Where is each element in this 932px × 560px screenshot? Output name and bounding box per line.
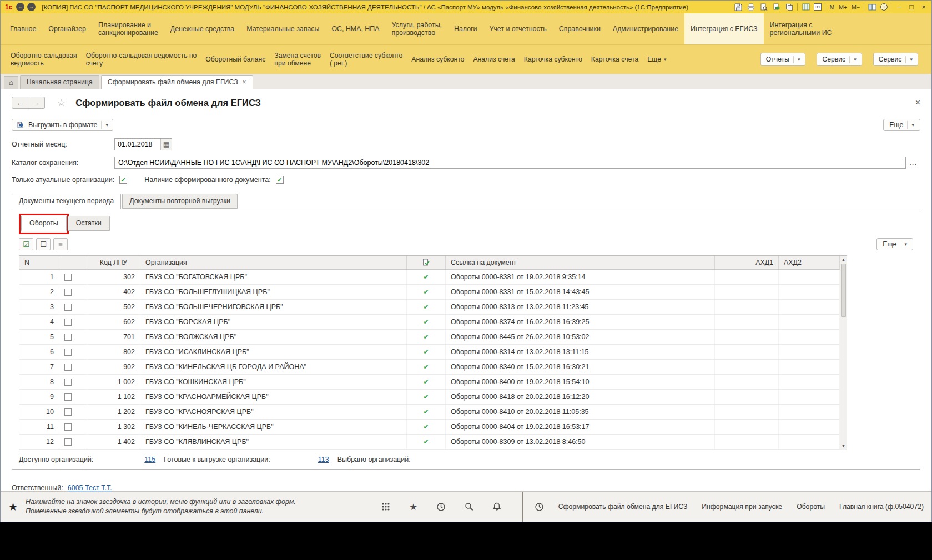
save-icon[interactable] <box>733 3 743 12</box>
submenu-item[interactable]: Оборотный баланс <box>201 54 270 65</box>
table-row[interactable]: 11 1 302 ГБУЗ СО "КИНЕЛЬ-ЧЕРКАССКАЯ ЦРБ"… <box>19 420 840 435</box>
row-checkbox[interactable] <box>64 364 72 371</box>
row-checkbox[interactable] <box>64 289 72 296</box>
functions-menu-icon[interactable] <box>380 501 391 512</box>
scroll-down-arrow[interactable]: ▼ <box>840 442 847 450</box>
close-form-button[interactable]: × <box>915 98 920 108</box>
info-icon[interactable]: i <box>880 3 888 11</box>
browse-catalog-button[interactable]: ... <box>906 158 920 167</box>
table-row[interactable]: 10 1 202 ГБУЗ СО "КРАСНОЯРСКАЯ ЦРБ" ✔ Об… <box>19 405 840 420</box>
favorite-star-icon[interactable]: ☆ <box>57 97 66 109</box>
column-header-ahd1[interactable]: АХД1 <box>715 256 779 269</box>
row-checkbox[interactable] <box>64 438 72 446</box>
row-checkbox[interactable] <box>64 274 72 281</box>
history-item[interactable]: Главная книга (ф.0504072) <box>839 503 924 511</box>
document-type-tab[interactable]: Остатки <box>68 216 110 231</box>
actual-orgs-checkbox[interactable]: ✔ <box>119 176 127 184</box>
tab-egisz-exchange[interactable]: Сформировать файл обмена для ЕГИСЗ × <box>101 75 253 89</box>
report-month-input[interactable] <box>115 139 160 150</box>
memory-button[interactable]: M <box>829 4 835 11</box>
split-window-icon[interactable] <box>868 3 877 12</box>
submenu-item[interactable]: Карточка субконто <box>520 54 587 65</box>
main-menu-item[interactable]: Интеграция с региональными ИС <box>764 13 838 44</box>
table-icon[interactable] <box>801 3 810 12</box>
table-row[interactable]: 2 402 ГБУЗ СО "БОЛЬШЕГЛУШИЦКАЯ ЦРБ" ✔ Об… <box>19 285 840 300</box>
row-checkbox[interactable] <box>64 304 72 311</box>
submenu-item[interactable]: Анализ счета <box>468 54 519 65</box>
table-row[interactable]: 6 802 ГБУЗ СО "ИСАКЛИНСКАЯ ЦРБ" ✔ Оборот… <box>19 345 840 360</box>
submenu-item[interactable]: Соответствие субконто ( рег.) <box>325 50 407 69</box>
main-menu-item[interactable]: ОС, НМА, НПА <box>325 13 385 44</box>
main-menu-item[interactable]: Налоги <box>448 13 483 44</box>
table-more-button[interactable]: Еще ▾ <box>876 238 913 250</box>
row-checkbox[interactable] <box>64 423 72 431</box>
row-checkbox[interactable] <box>64 393 72 401</box>
main-menu-item[interactable]: Денежные средства <box>164 13 240 44</box>
submenu-item[interactable]: Замена счетов при обмене <box>270 50 325 69</box>
document-type-tab[interactable]: Обороты <box>21 216 67 231</box>
table-row[interactable]: 12 1 402 ГБУЗ СО "КЛЯВЛИНСКАЯ ЦРБ" ✔ Обо… <box>19 435 840 450</box>
check-all-button[interactable]: ☑ <box>19 238 33 250</box>
form-more-button[interactable]: Еще ▾ <box>883 119 920 131</box>
row-checkbox[interactable] <box>64 349 72 356</box>
main-menu-item[interactable]: Интеграция с ЕГИСЗ <box>684 13 763 44</box>
print-preview-icon[interactable] <box>759 3 768 12</box>
submenu-action-button[interactable]: Сервис ▾ <box>817 53 862 66</box>
invert-check-button[interactable]: ≡ <box>53 238 68 250</box>
main-menu-item[interactable]: Учет и отчетность <box>483 13 553 44</box>
column-header-organization[interactable]: Организация <box>140 256 407 269</box>
responsible-user-link[interactable]: 6005 Тест Т.Т. <box>68 484 112 491</box>
submenu-more-button[interactable]: Еще ▾ <box>643 54 671 65</box>
column-header-checkbox[interactable] <box>59 256 87 269</box>
maximize-button[interactable]: □ <box>907 3 916 11</box>
search-icon[interactable] <box>464 501 475 512</box>
titlebar-nav-forward-button[interactable]: → <box>27 3 36 11</box>
calendar-icon[interactable]: 31 <box>814 3 822 11</box>
scrollbar-thumb[interactable] <box>841 264 846 317</box>
submenu-action-button[interactable]: Отчеты ▾ <box>760 53 806 66</box>
history-back-button[interactable]: ← <box>12 97 28 109</box>
table-row[interactable]: 8 1 002 ГБУЗ СО "КОШКИНСКАЯ ЦРБ" ✔ Оборо… <box>19 375 840 390</box>
table-row[interactable]: 5 701 ГБУЗ СО "ВОЛЖСКАЯ ЦРБ" ✔ Обороты 0… <box>19 330 840 345</box>
favorites-icon[interactable]: ★ <box>408 501 419 512</box>
table-row[interactable]: 4 602 ГБУЗ СО "БОРСКАЯ ЦРБ" ✔ Обороты 00… <box>19 315 840 330</box>
table-row[interactable]: 7 902 ГБУЗ СО "КИНЕЛЬСКАЯ ЦБ ГОРОДА И РА… <box>19 360 840 375</box>
minimize-button[interactable]: − <box>895 3 904 11</box>
notifications-bell-icon[interactable] <box>491 501 502 512</box>
titlebar-nav-back-button[interactable]: ← <box>16 3 24 11</box>
has-document-checkbox[interactable]: ✔ <box>276 176 284 184</box>
calendar-picker-icon[interactable]: ▦ <box>160 139 172 150</box>
print-icon[interactable] <box>746 3 755 12</box>
column-header-code[interactable]: Код ЛПУ <box>87 256 140 269</box>
save-catalog-input[interactable] <box>114 157 906 169</box>
memory-plus-button[interactable]: M+ <box>838 4 848 11</box>
close-window-button[interactable]: × <box>919 3 928 11</box>
scroll-up-arrow[interactable]: ▲ <box>840 256 847 263</box>
period-tab[interactable]: Документы повторной выгрузки <box>122 194 238 209</box>
main-menu-item[interactable]: Администрирование <box>607 13 684 44</box>
uncheck-all-button[interactable]: ☐ <box>36 238 51 250</box>
export-file-icon[interactable] <box>772 3 781 12</box>
history-item[interactable]: Обороты <box>797 503 825 511</box>
history-item[interactable]: Сформировать файл обмена для ЕГИСЗ <box>558 503 688 511</box>
submenu-item[interactable]: Оборотно-сальдовая ведомость по счету <box>82 50 201 69</box>
history-icon[interactable] <box>436 501 447 512</box>
main-menu-item[interactable]: Главное <box>4 13 42 44</box>
row-checkbox[interactable] <box>64 334 72 341</box>
table-scrollbar[interactable]: ▲ ▼ <box>840 256 847 450</box>
tab-start-page[interactable]: Начальная страница <box>20 75 99 89</box>
submenu-item[interactable]: Оборотно-сальдовая ведомость <box>6 50 82 69</box>
row-checkbox[interactable] <box>64 319 72 326</box>
row-checkbox[interactable] <box>64 408 72 416</box>
period-tab[interactable]: Документы текущего периода <box>12 194 121 209</box>
close-tab-icon[interactable]: × <box>243 78 246 86</box>
table-row[interactable]: 9 1 102 ГБУЗ СО "КРАСНОАРМЕЙСКАЯ ЦРБ" ✔ … <box>19 390 840 405</box>
column-header-document[interactable]: Ссылка на документ <box>446 256 715 269</box>
submenu-item[interactable]: Карточка счета <box>587 54 643 65</box>
table-row[interactable]: 1 302 ГБУЗ СО "БОГАТОВСКАЯ ЦРБ" ✔ Оборот… <box>19 270 840 285</box>
submenu-item[interactable]: Анализ субконто <box>407 54 468 65</box>
main-menu-item[interactable]: Справочники <box>553 13 607 44</box>
history-forward-button[interactable]: → <box>28 97 45 109</box>
main-menu-item[interactable]: Услуги, работы, производство <box>385 13 448 44</box>
memory-minus-button[interactable]: M− <box>851 4 860 11</box>
